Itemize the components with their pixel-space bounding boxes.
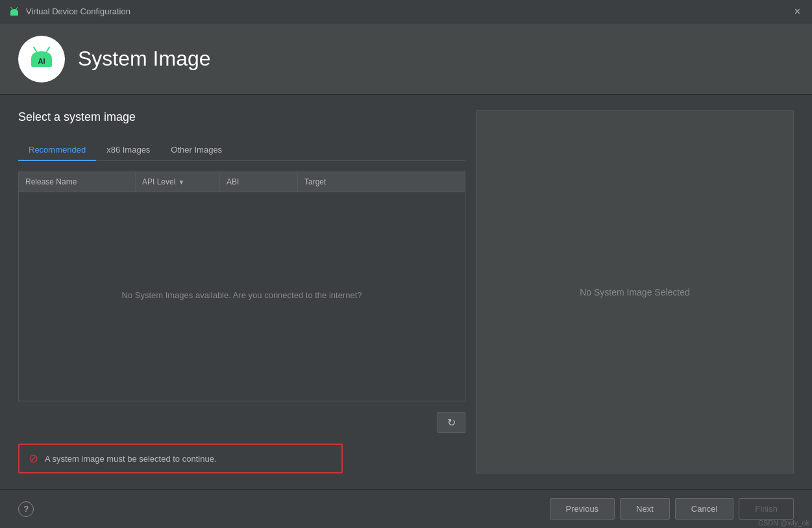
title-bar-text: Virtual Device Configuration xyxy=(26,6,130,16)
no-image-selected-label: No System Image Selected xyxy=(580,287,690,297)
finish-button[interactable]: Finish xyxy=(739,498,794,520)
footer: ? Previous Next Cancel Finish xyxy=(0,489,812,528)
cancel-button[interactable]: Cancel xyxy=(675,498,733,520)
section-title: Select a system image xyxy=(18,110,465,124)
page-title: System Image xyxy=(78,47,211,71)
tab-otherimages[interactable]: Other Images xyxy=(160,140,232,161)
sort-icon: ▼ xyxy=(178,179,184,186)
close-button[interactable]: × xyxy=(791,4,804,19)
footer-left: ? xyxy=(18,501,34,517)
col-abi: ABI xyxy=(220,172,298,192)
main-content: Select a system image Recommended x86 Im… xyxy=(0,95,812,489)
col-api-level[interactable]: API Level ▼ xyxy=(136,172,220,192)
footer-buttons: Previous Next Cancel Finish xyxy=(550,498,794,520)
header-logo: AI xyxy=(18,36,65,82)
error-icon: ⊘ xyxy=(29,451,38,466)
header: AI System Image xyxy=(0,23,812,95)
title-bar: Virtual Device Configuration × xyxy=(0,0,812,23)
table-header: Release Name API Level ▼ ABI Target xyxy=(19,172,465,192)
android-icon xyxy=(8,5,21,18)
error-box: ⊘ A system image must be selected to con… xyxy=(18,444,343,473)
system-image-table: Release Name API Level ▼ ABI Target No S… xyxy=(18,171,465,401)
svg-line-7 xyxy=(47,47,49,51)
svg-line-3 xyxy=(16,7,18,9)
help-button[interactable]: ? xyxy=(18,501,34,517)
svg-line-6 xyxy=(34,47,36,51)
android-studio-icon: AI xyxy=(25,42,58,76)
title-bar-left: Virtual Device Configuration xyxy=(8,5,130,18)
empty-table-message: No System Images available. Are you conn… xyxy=(122,290,362,300)
tab-x86images[interactable]: x86 Images xyxy=(96,140,160,161)
col-release-name: Release Name xyxy=(19,172,136,192)
error-message: A system image must be selected to conti… xyxy=(45,454,216,464)
refresh-row: ↻ xyxy=(18,412,465,433)
tab-recommended[interactable]: Recommended xyxy=(18,140,96,161)
table-body: No System Images available. Are you conn… xyxy=(19,192,465,397)
tabs: Recommended x86 Images Other Images xyxy=(18,140,465,161)
previous-button[interactable]: Previous xyxy=(550,498,615,520)
svg-text:AI: AI xyxy=(38,57,45,65)
left-panel: Select a system image Recommended x86 Im… xyxy=(18,110,465,473)
col-target: Target xyxy=(298,172,465,192)
svg-line-2 xyxy=(11,7,12,9)
right-panel: No System Image Selected xyxy=(476,110,794,473)
refresh-button[interactable]: ↻ xyxy=(437,412,465,433)
next-button[interactable]: Next xyxy=(620,498,670,520)
watermark: CSDN @wly_ok xyxy=(758,519,809,527)
